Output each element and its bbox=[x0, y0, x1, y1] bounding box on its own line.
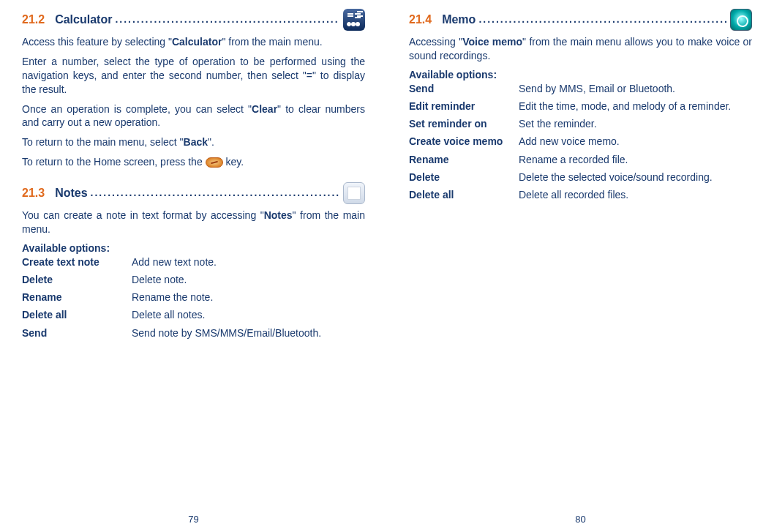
text: " from the main menu. bbox=[222, 36, 322, 48]
option-row: Send Send by MMS, Email or Bluetooth. bbox=[409, 82, 752, 95]
text: ". bbox=[208, 136, 214, 148]
option-label: Create text note bbox=[22, 255, 132, 269]
option-desc: Delete the selected voice/sound recordin… bbox=[519, 171, 752, 184]
option-label: Send bbox=[409, 82, 519, 95]
page-right: 21.4 Memo ..............................… bbox=[387, 0, 774, 532]
option-row: Delete Delete the selected voice/sound r… bbox=[409, 171, 752, 184]
leader-dots: ........................................… bbox=[478, 13, 727, 26]
text: key. bbox=[223, 156, 244, 168]
section-heading-calculator: 21.2 Calculator ........................… bbox=[22, 9, 365, 31]
calculator-icon bbox=[343, 9, 365, 31]
option-label: Set reminder on bbox=[409, 117, 519, 130]
option-label: Create voice memo bbox=[409, 135, 519, 148]
voice-memo-icon bbox=[730, 9, 752, 31]
page-number: 79 bbox=[0, 514, 387, 525]
para: To return to the Home screen, press the … bbox=[22, 155, 365, 169]
bold-term: Notes bbox=[264, 209, 293, 221]
text: To return to the main menu, select " bbox=[22, 136, 184, 148]
text: Once an operation is complete, you can s… bbox=[22, 103, 252, 115]
section-number: 21.2 bbox=[22, 13, 45, 26]
section-title: Notes bbox=[55, 187, 87, 200]
notes-icon bbox=[343, 182, 365, 204]
option-row: Rename Rename a recorded file. bbox=[409, 153, 752, 166]
para: Once an operation is complete, you can s… bbox=[22, 102, 365, 130]
section-heading-notes: 21.3 Notes .............................… bbox=[22, 182, 365, 204]
leader-dots: ........................................… bbox=[91, 187, 340, 200]
text: To return to the Home screen, press the bbox=[22, 156, 206, 168]
options-title: Available options: bbox=[22, 242, 365, 254]
section-number: 21.4 bbox=[409, 13, 432, 26]
option-desc: Rename the note. bbox=[132, 291, 365, 304]
page-number: 80 bbox=[387, 514, 774, 525]
bold-term: Clear bbox=[252, 103, 277, 115]
option-desc: Add new voice memo. bbox=[519, 135, 752, 148]
option-row: Delete all Delete all notes. bbox=[22, 308, 365, 321]
bold-term: Calculator bbox=[172, 36, 222, 48]
option-label: Edit reminder bbox=[409, 100, 519, 113]
para: Accessing "Voice memo" from the main men… bbox=[409, 35, 752, 63]
option-label: Delete bbox=[409, 171, 519, 184]
end-key-icon bbox=[206, 157, 223, 168]
option-desc: Send by MMS, Email or Bluetooth. bbox=[519, 82, 752, 95]
text: Accessing " bbox=[409, 36, 462, 48]
option-label: Delete all bbox=[22, 308, 132, 321]
option-row: Delete Delete note. bbox=[22, 273, 365, 286]
para: Access this feature by selecting "Calcul… bbox=[22, 35, 365, 49]
option-desc: Set the reminder. bbox=[519, 117, 752, 130]
leader-dots: ........................................… bbox=[115, 13, 340, 26]
option-row: Create text note Add new text note. bbox=[22, 255, 365, 269]
text: You can create a note in text format by … bbox=[22, 209, 264, 221]
option-row: Set reminder on Set the reminder. bbox=[409, 117, 752, 130]
option-row: Rename Rename the note. bbox=[22, 291, 365, 304]
option-label: Rename bbox=[22, 291, 132, 304]
option-label: Delete all bbox=[409, 188, 519, 201]
para: To return to the main menu, select "Back… bbox=[22, 135, 365, 149]
section-title: Memo bbox=[442, 13, 476, 26]
option-row: Delete all Delete all recorded files. bbox=[409, 188, 752, 201]
option-desc: Delete all recorded files. bbox=[519, 188, 752, 201]
bold-term: Voice memo bbox=[462, 36, 522, 48]
option-desc: Add new text note. bbox=[132, 255, 365, 269]
option-desc: Send note by SMS/MMS/Email/Bluetooth. bbox=[132, 326, 365, 340]
option-row: Create voice memo Add new voice memo. bbox=[409, 135, 752, 148]
section-title: Calculator bbox=[55, 13, 112, 26]
para: Enter a number, select the type of opera… bbox=[22, 55, 365, 97]
option-desc: Delete all notes. bbox=[132, 308, 365, 321]
option-desc: Rename a recorded file. bbox=[519, 153, 752, 166]
section-heading-memo: 21.4 Memo ..............................… bbox=[409, 9, 752, 31]
page-left: 21.2 Calculator ........................… bbox=[0, 0, 387, 532]
bold-term: Back bbox=[184, 136, 208, 148]
section-number: 21.3 bbox=[22, 187, 45, 200]
option-row: Edit reminder Edit the time, mode, and m… bbox=[409, 100, 752, 113]
option-label: Delete bbox=[22, 273, 132, 286]
option-row: Send Send note by SMS/MMS/Email/Bluetoot… bbox=[22, 326, 365, 340]
option-label: Rename bbox=[409, 153, 519, 166]
options-title: Available options: bbox=[409, 69, 752, 80]
option-desc: Edit the time, mode, and melody of a rem… bbox=[519, 100, 752, 113]
option-label: Send bbox=[22, 326, 132, 340]
para: You can create a note in text format by … bbox=[22, 209, 365, 236]
option-desc: Delete note. bbox=[132, 273, 365, 286]
text: Access this feature by selecting " bbox=[22, 36, 172, 48]
